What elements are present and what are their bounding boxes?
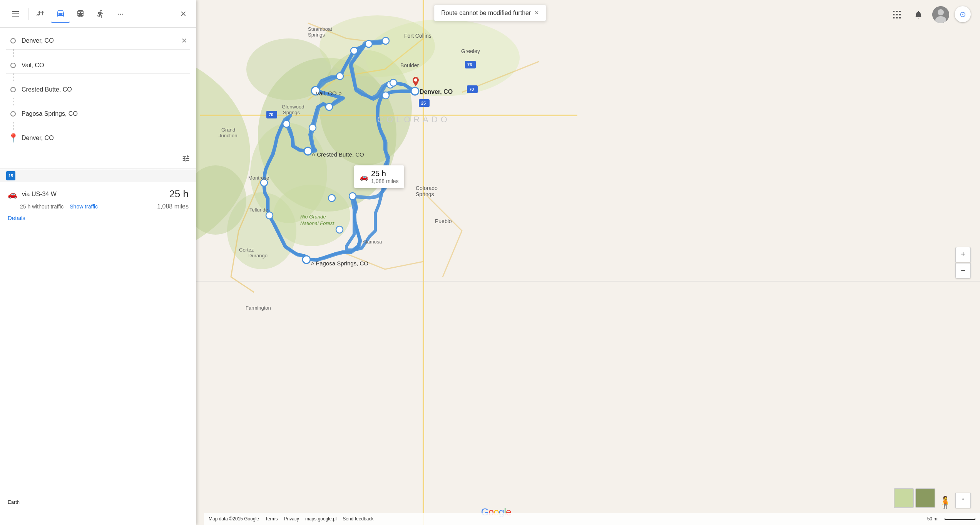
bottom-bar: Map data ©2015 Google Terms Privacy maps… xyxy=(204,513,980,525)
svg-text:Springs: Springs xyxy=(308,32,325,38)
waypoint-dot-icon-2 xyxy=(6,63,20,68)
bubble-car-icon: 🚗 xyxy=(360,173,368,181)
waypoint-row-vail xyxy=(6,57,190,74)
svg-rect-85 xyxy=(896,14,898,15)
route-options-icon[interactable] xyxy=(182,154,190,165)
zoom-out-button[interactable]: − xyxy=(955,263,971,278)
waypoint-row-origin: ✕ xyxy=(6,32,190,50)
more-options-icon[interactable]: ··· xyxy=(111,5,130,23)
close-sidebar-button[interactable]: ✕ xyxy=(176,7,190,21)
notification-banner: Route cannot be modified further × xyxy=(434,5,546,21)
transit-icon[interactable] xyxy=(71,5,90,23)
svg-point-42 xyxy=(382,92,389,99)
car-route-icon[interactable] xyxy=(51,5,70,23)
show-traffic-link[interactable]: Show traffic xyxy=(70,203,98,210)
terrain-layer-thumb[interactable] xyxy=(894,488,914,508)
svg-text:Steamboat: Steamboat xyxy=(308,26,332,32)
svg-text:Montrose: Montrose xyxy=(248,175,269,181)
route-sub-info: 25 h without traffic · Show traffic xyxy=(20,203,98,210)
route-car-icon: 🚗 xyxy=(8,190,17,199)
svg-rect-93 xyxy=(12,11,19,12)
svg-text:Denver, CO: Denver, CO xyxy=(420,88,453,95)
svg-text:○ Pagosa Springs, CO: ○ Pagosa Springs, CO xyxy=(311,260,368,267)
send-feedback-link[interactable]: Send feedback xyxy=(343,516,373,522)
waypoint-row-pagosa xyxy=(6,106,190,122)
waypoint-dot-icon-3 xyxy=(6,87,20,92)
notifications-icon[interactable] xyxy=(911,7,926,22)
svg-point-39 xyxy=(328,195,335,202)
vail-input[interactable] xyxy=(20,60,190,71)
crested-butte-input[interactable] xyxy=(20,84,190,95)
pegman-button[interactable]: 🧍 xyxy=(938,497,952,508)
pagosa-input[interactable] xyxy=(20,108,190,120)
svg-point-30 xyxy=(336,73,343,80)
notification-close-button[interactable]: × xyxy=(535,9,539,17)
svg-text:Durango: Durango xyxy=(248,253,268,258)
svg-point-38 xyxy=(303,256,310,263)
top-right-controls xyxy=(889,6,949,23)
svg-text:COLORADO: COLORADO xyxy=(377,115,450,124)
svg-text:Farmington: Farmington xyxy=(246,305,271,311)
svg-rect-72 xyxy=(196,281,980,282)
maps-url-link[interactable]: maps.google.pl xyxy=(305,516,336,522)
highway-badge: 15 xyxy=(6,171,15,180)
profile-avatar[interactable] xyxy=(932,6,949,23)
clear-origin-button[interactable]: ✕ xyxy=(178,35,190,47)
privacy-link[interactable]: Privacy xyxy=(284,516,299,522)
svg-point-33 xyxy=(309,124,316,131)
scale-label: 50 mi xyxy=(927,516,938,522)
route-distance: 1,088 miles xyxy=(157,203,189,210)
svg-point-29 xyxy=(351,47,358,54)
svg-rect-83 xyxy=(899,11,901,12)
origin-input[interactable] xyxy=(20,35,178,47)
bubble-duration: 25 h xyxy=(371,169,399,178)
svg-point-35 xyxy=(283,120,290,127)
zoom-in-button[interactable]: + xyxy=(955,247,971,262)
waypoint-row-crested-butte xyxy=(6,82,190,98)
svg-text:Grand: Grand xyxy=(221,127,235,133)
svg-point-37 xyxy=(266,212,273,219)
layer-expand-button[interactable]: ⌃ xyxy=(955,493,971,508)
svg-rect-87 xyxy=(893,17,895,18)
route-duration: 25 h xyxy=(169,188,189,200)
bubble-distance: 1,088 miles xyxy=(371,178,399,184)
apps-grid-icon[interactable] xyxy=(889,7,905,22)
details-link[interactable]: Details xyxy=(8,215,189,221)
destination-pin-icon: 📍 xyxy=(6,134,20,142)
svg-text:Boulder: Boulder xyxy=(400,62,419,68)
menu-icon[interactable] xyxy=(6,5,25,23)
svg-text:Springs: Springs xyxy=(416,191,434,197)
walking-icon[interactable] xyxy=(91,5,110,23)
svg-text:76: 76 xyxy=(467,62,472,67)
route-options-bar xyxy=(0,151,196,168)
route-details-row: 25 h without traffic · Show traffic 1,08… xyxy=(8,203,189,210)
without-traffic-text: 25 h without traffic xyxy=(20,203,64,210)
svg-rect-89 xyxy=(899,17,901,18)
svg-point-28 xyxy=(365,40,372,47)
waypoint-dot-icon-4 xyxy=(6,111,20,117)
svg-text:Pueblo: Pueblo xyxy=(435,218,452,224)
svg-text:70: 70 xyxy=(269,112,273,117)
destination-input[interactable] xyxy=(20,132,190,144)
svg-point-32 xyxy=(326,103,333,110)
svg-text:Glenwood: Glenwood xyxy=(282,104,304,110)
terms-link[interactable]: Terms xyxy=(265,516,278,522)
svg-text:70: 70 xyxy=(469,87,474,92)
svg-text:Colorado: Colorado xyxy=(416,185,438,191)
svg-rect-95 xyxy=(12,16,19,17)
svg-text:Fort Collins: Fort Collins xyxy=(404,33,431,39)
map-data-label: Map data ©2015 Google xyxy=(209,516,259,522)
map-layer-options xyxy=(894,488,935,508)
svg-point-27 xyxy=(382,37,389,44)
locate-button[interactable]: ⊙ xyxy=(955,6,971,22)
svg-text:○ Crested Butte, CO: ○ Crested Butte, CO xyxy=(312,151,364,158)
driving-directions-icon[interactable] xyxy=(31,5,50,23)
svg-text:Telluride: Telluride xyxy=(249,207,268,213)
transport-mode-bar: ··· ✕ xyxy=(0,0,196,28)
svg-rect-84 xyxy=(893,14,895,15)
scale-bar xyxy=(945,518,975,520)
svg-text:Rio Grande: Rio Grande xyxy=(300,214,326,220)
svg-rect-94 xyxy=(12,13,19,14)
waypoints-list: ✕ 📍 xyxy=(0,28,196,151)
satellite-layer-thumb[interactable] xyxy=(915,488,935,508)
